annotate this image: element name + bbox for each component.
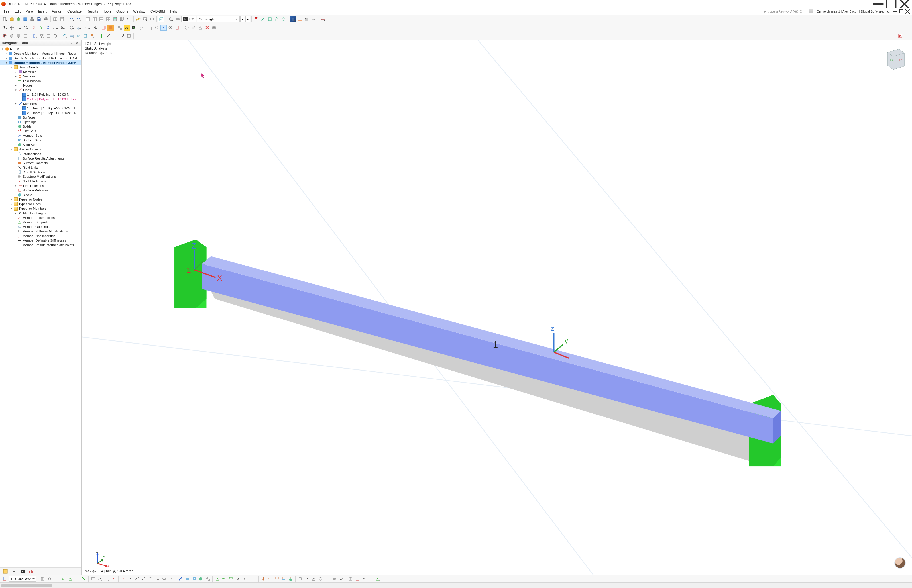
navigator-close-button[interactable]: ✕ — [75, 41, 79, 45]
delete-dropdown-button[interactable] — [904, 33, 910, 39]
tree-surfaces[interactable]: Surfaces — [0, 115, 81, 120]
tree-member-sets[interactable]: Member Sets — [0, 133, 81, 138]
axes-display-button[interactable] — [354, 576, 361, 582]
check-ok-button[interactable] — [190, 24, 197, 31]
results-undeformed-button[interactable] — [175, 16, 181, 22]
tree-solids[interactable]: Solids — [0, 124, 81, 129]
load-member-button[interactable] — [274, 576, 280, 582]
tree-openings[interactable]: Openings — [0, 120, 81, 124]
plane-z-button[interactable]: Z — [45, 24, 52, 31]
structure-wizard-button[interactable] — [29, 16, 36, 22]
tree-types-members[interactable]: ▾Types for Members — [0, 206, 81, 211]
hinge-button[interactable] — [234, 576, 241, 582]
check-3-button[interactable] — [160, 24, 167, 31]
comment-button[interactable] — [142, 16, 148, 22]
visibility-2-button[interactable] — [267, 16, 273, 22]
imposed-2-button[interactable] — [304, 576, 310, 582]
tree-materials[interactable]: ▸Materials — [0, 69, 81, 74]
tree-surf-contacts[interactable]: Surface Contacts — [0, 161, 81, 165]
tree-thicknesses[interactable]: Thicknesses — [0, 79, 81, 83]
tree-line-sets[interactable]: Line Sets — [0, 129, 81, 133]
nav-tab-views-icon[interactable] — [20, 569, 25, 574]
visibility-4-button[interactable] — [280, 16, 287, 22]
tree-types-lines[interactable]: ▸Types for Lines — [0, 202, 81, 206]
tree-line-2[interactable]: 2 - 1,2 | Polyline | L : 10.00 ft | Line… — [0, 97, 81, 102]
render-mode-button[interactable] — [290, 16, 296, 22]
redo-button[interactable] — [75, 16, 81, 22]
calculate-all-button[interactable] — [119, 16, 125, 22]
surface-tool-button[interactable] — [184, 576, 190, 582]
release-button[interactable] — [241, 576, 247, 582]
cs-global-button[interactable] — [251, 576, 257, 582]
save-button[interactable] — [36, 16, 42, 22]
camera-button[interactable] — [211, 24, 217, 31]
tree-rigid-links[interactable]: Rigid Links — [0, 165, 81, 170]
load-nodal-button[interactable] — [260, 576, 267, 582]
minimize-button[interactable] — [872, 0, 885, 8]
window-4-button[interactable] — [105, 16, 112, 22]
isolate-plus-button[interactable]: +2 — [75, 33, 81, 39]
navigator-tree[interactable]: ▾RFEM ▸Double Members - Member Hinges - … — [0, 46, 81, 567]
tree-member-2[interactable]: 2 - Beam | 1 - Sqr HSS 3-1/2x3-1/2x0.250… — [0, 110, 81, 115]
imposed-4-button[interactable] — [317, 576, 324, 582]
delete-x-button[interactable] — [204, 24, 210, 31]
visibility-3-button[interactable] — [273, 16, 280, 22]
tree-members[interactable]: ▾Members — [0, 102, 81, 106]
select-obj-button[interactable] — [2, 33, 8, 39]
visibility-mode-button[interactable] — [61, 33, 68, 39]
plane-y-button[interactable]: Y — [39, 24, 45, 31]
selection-mode-button[interactable] — [32, 33, 38, 39]
snap-button[interactable] — [91, 24, 97, 31]
track-button[interactable] — [104, 576, 110, 582]
navigation-cube[interactable]: +Y +X — [882, 45, 907, 73]
undo-button[interactable] — [68, 16, 75, 22]
tree-member-hinges[interactable]: ▸Member Hinges — [0, 211, 81, 215]
measure-button[interactable] — [135, 16, 141, 22]
tree-nodal-releases[interactable]: Nodal Releases — [0, 179, 81, 184]
grid-size-button[interactable]: 10 — [82, 24, 91, 31]
delete-button-red[interactable] — [897, 33, 904, 39]
plane-xy-button[interactable]: xy — [52, 24, 58, 31]
tree-project-active[interactable]: ▾Double Members - Member Hinges 3.rf6* |… — [0, 60, 81, 65]
imposed-3-button[interactable] — [310, 576, 317, 582]
snap-int-button[interactable] — [81, 576, 87, 582]
snap-mid-button[interactable] — [67, 576, 73, 582]
tree-project-1[interactable]: ▸Double Members - Nodal Releases - FAQ.r… — [0, 56, 81, 60]
supports-display-button[interactable] — [375, 576, 381, 582]
snap-guide-button[interactable] — [53, 576, 60, 582]
imposed-1-button[interactable] — [297, 576, 303, 582]
select-related-button[interactable] — [22, 33, 29, 39]
numbering-display-button[interactable]: # — [361, 576, 367, 582]
tree-line-releases[interactable]: ▸Line Releases — [0, 184, 81, 188]
flag-red-button[interactable] — [253, 16, 259, 22]
menu-window[interactable]: Window — [131, 9, 148, 14]
support-avatar[interactable] — [894, 557, 906, 569]
tree-surface-sets[interactable]: Surface Sets — [0, 138, 81, 142]
surface-support-button[interactable] — [228, 576, 234, 582]
user-view-button[interactable] — [59, 24, 65, 31]
js-script-button[interactable]: JS — [124, 24, 130, 31]
menu-results[interactable]: Results — [84, 9, 100, 14]
imposed-7-button[interactable] — [338, 576, 344, 582]
check-1-button[interactable] — [147, 24, 153, 31]
ai-button[interactable]: AI — [158, 16, 165, 22]
menu-options[interactable]: Options — [114, 9, 130, 14]
menu-cad-bim[interactable]: CAD-BIM — [148, 9, 167, 14]
render-solid-button[interactable] — [107, 24, 114, 31]
menu-edit[interactable]: Edit — [12, 9, 23, 14]
box-tool-button[interactable] — [126, 33, 132, 39]
pan-button[interactable] — [8, 24, 15, 31]
clip-plane-button[interactable] — [68, 33, 75, 39]
search-hint[interactable]: Type a keyword (Alt+Q) — [768, 10, 806, 13]
menu-assign[interactable]: Assign — [50, 9, 65, 14]
visibility-1-button[interactable] — [260, 16, 266, 22]
show-reactions-button[interactable] — [98, 33, 105, 39]
load-solid-button[interactable] — [288, 576, 294, 582]
tree-struct-mods[interactable]: Structure Modifications — [0, 174, 81, 179]
print-button[interactable] — [43, 16, 49, 22]
ortho-button[interactable] — [90, 576, 96, 582]
lc-next-button[interactable]: ▸ — [246, 16, 250, 22]
line-support-button[interactable] — [221, 576, 227, 582]
open-button[interactable] — [8, 16, 15, 22]
polar-button[interactable] — [97, 576, 103, 582]
